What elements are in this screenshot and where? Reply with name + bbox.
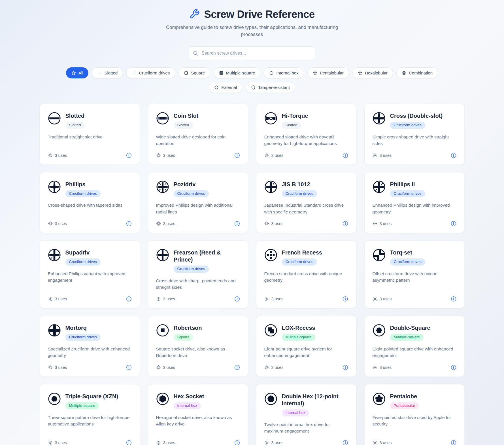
drive-name: Frearson (Reed & Prince) (174, 249, 240, 263)
uses-label: 3 uses (380, 365, 392, 370)
shield-icon (251, 85, 256, 90)
drive-description: Cross drive with sharp, pointed ends and… (156, 277, 240, 291)
info-icon[interactable] (343, 296, 348, 302)
uses-label: 3 uses (271, 221, 284, 226)
info-icon[interactable] (234, 221, 240, 226)
gear-icon (156, 365, 161, 370)
drive-card-frearson-reed-prince[interactable]: Frearson (Reed & Prince)Cruciform drives… (148, 240, 248, 308)
drive-description: Specialized cruciform drive with enhance… (48, 346, 132, 359)
uses-label: 3 uses (55, 297, 67, 301)
uses-label: 3 uses (271, 153, 284, 158)
info-icon[interactable] (126, 153, 132, 158)
drive-card-double-square[interactable]: Double-SquareMultiple-squareEight-pointe… (364, 316, 465, 376)
category-badge: Internal hex (282, 409, 309, 416)
layers-icon (402, 71, 406, 75)
uses-count: 3 uses (373, 365, 392, 370)
filter-chip-square[interactable]: Square (178, 67, 210, 78)
drive-card-mortorq[interactable]: MortorqCruciform drivesSpecialized cruci… (40, 316, 140, 376)
filter-chip-slotted[interactable]: Slotted (92, 67, 123, 78)
drive-name: French Recess (282, 249, 322, 256)
filter-chip-multiple-square[interactable]: Multiple-square (214, 67, 261, 78)
uses-count: 3 uses (264, 365, 284, 370)
info-icon[interactable] (234, 440, 240, 445)
uses-count: 3 uses (373, 221, 392, 226)
french-recess-icon (264, 249, 277, 262)
drive-card-robertson[interactable]: RobertsonSquareSquare socket drive, also… (148, 316, 248, 376)
search-input[interactable] (189, 46, 315, 60)
info-icon[interactable] (343, 221, 348, 226)
filter-chip-label: Tamper-resistant (258, 85, 290, 90)
info-icon[interactable] (234, 365, 240, 370)
drive-card-pentalobe[interactable]: PentalobePentalobularFive-pointed star d… (364, 384, 465, 445)
drive-card-phillips[interactable]: PhillipsCruciform drivesCross-shaped dri… (40, 172, 140, 233)
info-icon[interactable] (451, 440, 456, 445)
category-badge: Cruciform drives (282, 190, 317, 197)
gear-icon (156, 221, 161, 226)
drive-card-hex-socket[interactable]: Hex SocketInternal hexHexagonal socket d… (148, 384, 248, 445)
coin-slot-icon (156, 112, 169, 125)
filter-chip-cruciform-drives[interactable]: Cruciform drives (126, 67, 175, 78)
drive-name: Phillips II (390, 181, 425, 188)
triple-square-icon (48, 392, 61, 405)
info-icon[interactable] (343, 440, 348, 445)
info-icon[interactable] (234, 153, 240, 158)
gear-icon (373, 221, 377, 226)
info-icon[interactable] (126, 221, 132, 226)
info-icon[interactable] (451, 365, 456, 370)
filter-chip-pentalobular[interactable]: Pentalobular (307, 67, 349, 78)
filter-chip-combination[interactable]: Combination (396, 67, 438, 78)
drive-card-coin-slot[interactable]: Coin SlotSlottedWide slotted drive desig… (148, 104, 248, 164)
drive-card-slotted[interactable]: SlottedSlottedTraditional straight slot … (40, 104, 140, 164)
drive-card-double-hex-12-point-internal[interactable]: Double Hex (12-point internal)Internal h… (256, 384, 356, 445)
category-badge: Slotted (65, 122, 85, 129)
drive-card-jis-b-1012[interactable]: JIS B 1012Cruciform drivesJapanese Indus… (256, 172, 356, 233)
drive-card-torq-set[interactable]: Torq-setCruciform drivesOffset cruciform… (364, 240, 465, 308)
filter-chip-internal-hex[interactable]: Internal hex (264, 67, 304, 78)
star-icon (358, 71, 362, 75)
info-icon[interactable] (126, 440, 132, 445)
drive-card-pozidriv[interactable]: PozidrivCruciform drivesImproved Phillip… (148, 172, 248, 233)
page-header: Screw Drive Reference (40, 8, 465, 20)
drive-description: Three-square pattern drive for high-torq… (48, 414, 132, 427)
uses-count: 3 uses (48, 440, 67, 445)
info-icon[interactable] (343, 365, 348, 370)
pozidriv-icon (156, 180, 169, 193)
filter-chip-hexalobular[interactable]: Hexalobular (352, 67, 393, 78)
uses-count: 3 uses (373, 297, 392, 301)
drive-card-hi-torque[interactable]: Hi-TorqueSlottedEnhanced slotted drive w… (256, 104, 356, 164)
info-icon[interactable] (234, 296, 240, 302)
gear-icon (373, 297, 377, 301)
uses-label: 3 uses (163, 365, 175, 370)
slotted-icon (48, 112, 61, 125)
drive-card-cross-double-slot[interactable]: Cross (Double-slot)Cruciform drivesSimpl… (364, 104, 465, 164)
drive-name: Robertson (174, 324, 202, 331)
mortorq-icon (48, 324, 61, 337)
torq-set-icon (373, 249, 386, 262)
drive-card-triple-square-xzn[interactable]: Triple-Square (XZN)Multiple-squareThree-… (40, 384, 140, 445)
gear-icon (48, 365, 53, 370)
info-icon[interactable] (451, 296, 456, 302)
info-icon[interactable] (343, 153, 348, 158)
drive-card-supadriv[interactable]: SupadrivCruciform drivesEnhanced Phillip… (40, 240, 140, 308)
info-icon[interactable] (126, 296, 132, 302)
gear-icon (264, 221, 269, 226)
uses-count: 3 uses (48, 153, 67, 158)
filter-chip-tamper-resistant[interactable]: Tamper-resistant (246, 82, 295, 93)
drive-card-phillips-ii[interactable]: Phillips IICruciform drivesEnhanced Phil… (364, 172, 465, 233)
filter-chip-label: Hexalobular (365, 70, 388, 75)
category-badge: Cruciform drives (390, 122, 425, 129)
category-badge: Cruciform drives (65, 258, 101, 266)
info-icon[interactable] (126, 365, 132, 370)
category-badge: Internal hex (174, 402, 201, 409)
hi-torque-icon (264, 112, 277, 125)
category-badge: Slotted (174, 122, 193, 129)
info-icon[interactable] (451, 221, 456, 226)
drive-description: Japanese Industrial Standard cross drive… (264, 202, 348, 215)
drive-name: Cross (Double-slot) (390, 112, 443, 119)
filter-chip-external[interactable]: External (209, 82, 242, 93)
drive-card-lox-recess[interactable]: LOX-RecessMultiple-squareEight-point squ… (256, 316, 356, 376)
drive-card-french-recess[interactable]: French RecessCruciform drivesFrench stan… (256, 240, 356, 308)
info-icon[interactable] (451, 153, 456, 158)
filter-chip-all[interactable]: All (66, 67, 89, 78)
uses-count: 3 uses (48, 297, 67, 301)
